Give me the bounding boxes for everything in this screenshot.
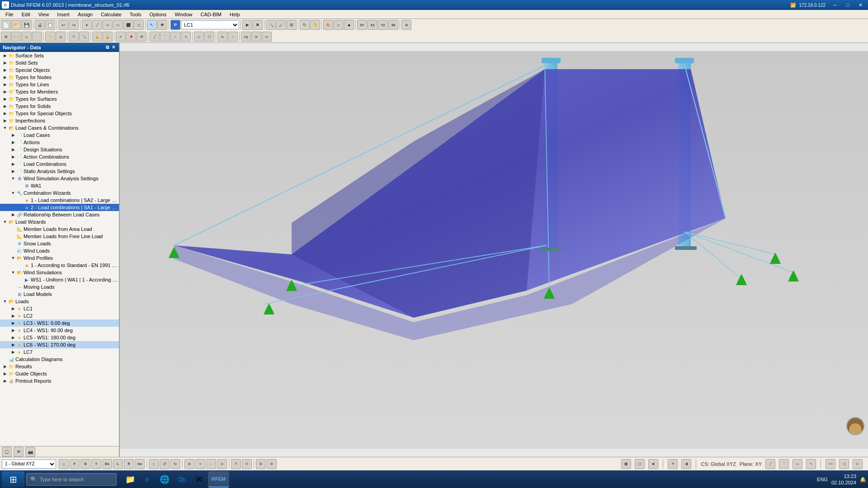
user-avatar[interactable]: [846, 417, 864, 435]
tree-item-lc6[interactable]: ▶ ■ LC6 - WS1: 270.00 deg: [0, 341, 119, 348]
tree-item-wa1[interactable]: ⚙ WA1: [0, 182, 119, 189]
tree-item-loads[interactable]: ▼ 📂 Loads: [0, 298, 119, 305]
tree-item-load-cases-combos[interactable]: ▼ 📂 Load Cases & Combinations: [0, 124, 119, 131]
expander-types-surfaces[interactable]: ▶: [2, 96, 8, 102]
expander-member-free[interactable]: [10, 233, 16, 239]
tree-item-special-objects[interactable]: ▶ 📁 Special Objects: [0, 66, 119, 74]
tb2-cross[interactable]: ✖: [126, 32, 136, 42]
tree-item-imperfections[interactable]: ▶ 📁 Imperfections: [0, 117, 119, 124]
tb2-filter[interactable]: ▽: [69, 32, 79, 42]
tb2-point[interactable]: ·: [32, 32, 42, 42]
expander-printout-reports[interactable]: ▶: [2, 378, 8, 384]
tb-surface[interactable]: ▭: [113, 20, 123, 30]
tb2-spline[interactable]: ∿: [181, 32, 191, 42]
tree-item-lc1[interactable]: ▶ ■ LC1: [0, 305, 119, 312]
nav-close[interactable]: ✕: [111, 45, 116, 50]
tree-item-design-situations[interactable]: ▶ 📄 Design Situations: [0, 146, 119, 153]
bt-persp[interactable]: P: [231, 459, 241, 469]
tb2-angle[interactable]: ∠: [56, 32, 66, 42]
tree-item-lc4[interactable]: ▶ ■ LC4 - WS1: 90.00 deg: [0, 327, 119, 334]
menu-calculate[interactable]: Calculate: [97, 11, 125, 18]
tb2-fix[interactable]: 🔒: [92, 32, 102, 42]
expander-combination-wizards[interactable]: ▼: [10, 190, 16, 196]
tree-item-types-solids[interactable]: ▶ 📁 Types for Solids: [0, 103, 119, 110]
bt-right[interactable]: R: [124, 459, 134, 469]
expander-lc4[interactable]: ▶: [10, 327, 16, 333]
tb-axes[interactable]: ⊕: [401, 20, 411, 30]
tree-item-actions[interactable]: ▶ 📄 Actions: [0, 139, 119, 146]
tb-view-yz[interactable]: YZ: [378, 20, 388, 30]
tree-item-member-free[interactable]: 📐 Member Loads from Free Line Load: [0, 233, 119, 240]
expander-action-combinations[interactable]: ▶: [10, 154, 16, 160]
tb-open[interactable]: 📂: [11, 20, 21, 30]
menu-window[interactable]: Window: [171, 11, 196, 18]
tb-print2[interactable]: 📋: [45, 20, 55, 30]
tb-render[interactable]: 🎨: [323, 20, 333, 30]
expander-wind-profiles[interactable]: ▼: [10, 255, 16, 261]
bt-rot-right[interactable]: ↻: [170, 459, 180, 469]
close-btn[interactable]: ✕: [854, 0, 866, 10]
bt-front[interactable]: F: [70, 459, 80, 469]
bt-snap2[interactable]: ⊕: [267, 459, 277, 469]
menu-help[interactable]: Help: [226, 11, 244, 18]
tb2-check[interactable]: ✔: [116, 32, 126, 42]
tree-item-wind-profile-1[interactable]: ■ 1 - According to Standard - EN 1991 CE…: [0, 262, 119, 269]
tree-item-combination-wizards[interactable]: ▼ 🔧 Combination Wizards: [0, 189, 119, 197]
tb2-search[interactable]: 🔍: [79, 32, 89, 42]
tree-item-surface-sets[interactable]: ▶ 📁 Surface Sets: [0, 52, 119, 59]
tb-line[interactable]: ╱: [92, 20, 102, 30]
bt-rot-left[interactable]: ↺: [160, 459, 170, 469]
tb-move[interactable]: ✚: [157, 20, 167, 30]
tree-item-combo2[interactable]: ■ 2 - Load combinations | SA1 - Large de…: [0, 204, 119, 211]
tb-member[interactable]: ═: [103, 20, 113, 30]
tree-item-printout-reports[interactable]: ▶ 🖨 Printout Reports: [0, 377, 119, 385]
expander-wind-loads[interactable]: [10, 248, 16, 254]
tb2-results-disp[interactable]: rs: [262, 32, 272, 42]
tb-view-xy[interactable]: XY: [357, 20, 367, 30]
tree-item-wind-profiles[interactable]: ▼ 📂 Wind Profiles: [0, 254, 119, 262]
tb-solid-view[interactable]: ◆: [344, 20, 354, 30]
coord-system-selector[interactable]: 1 - Global XYZ: [2, 460, 56, 469]
maximize-btn[interactable]: □: [842, 0, 854, 10]
tb-zoom-out[interactable]: 🔎: [276, 20, 286, 30]
tb-save[interactable]: 💾: [22, 20, 32, 30]
expander-static-settings[interactable]: ▶: [10, 168, 16, 174]
bt-grid2[interactable]: ⊞: [256, 459, 266, 469]
tb2-poly[interactable]: ⬡: [204, 32, 214, 42]
expander-wind-simulations[interactable]: ▼: [10, 269, 16, 276]
tb-view-p[interactable]: P: [170, 20, 180, 30]
expander-guide-objects[interactable]: ▶: [2, 371, 8, 377]
bt-zoom-in2[interactable]: +: [195, 459, 205, 469]
expander-lc3[interactable]: ▶: [10, 320, 16, 326]
bt-pts[interactable]: <>: [826, 459, 835, 469]
tree-item-lc3[interactable]: ▶ ■ LC3 - WS1: 0.00 deg: [0, 319, 119, 327]
tree-item-action-combinations[interactable]: ▶ 📄 Action Combinations: [0, 153, 119, 160]
expander-calc-diagrams[interactable]: [2, 356, 8, 362]
bt-zoom-box[interactable]: ⊞: [184, 459, 194, 469]
menu-edit[interactable]: Edit: [18, 11, 34, 18]
tree-item-combo1[interactable]: ■ 1 - Load combinations | SA2 - Large de…: [0, 197, 119, 204]
expander-types-solids[interactable]: ▶: [2, 103, 8, 109]
tb2-settings[interactable]: ⚙: [137, 32, 146, 42]
bt-wireframe[interactable]: ▢: [635, 459, 645, 469]
expander-actions[interactable]: ▶: [10, 139, 16, 145]
tb-opening[interactable]: ◻: [134, 20, 144, 30]
tb-zoom-all[interactable]: ⊞: [287, 20, 297, 30]
expander-load-models[interactable]: [10, 291, 16, 297]
expander-ws1[interactable]: [17, 277, 24, 283]
tb-calc[interactable]: ▶: [242, 20, 252, 30]
expander-solid-sets[interactable]: ▶: [2, 60, 8, 66]
bt-bot[interactable]: Bo: [102, 459, 112, 469]
tree-item-types-nodes[interactable]: ▶ 📁 Types for Nodes: [0, 74, 119, 81]
tb2-measure[interactable]: 📏: [45, 32, 55, 42]
tb-new[interactable]: 📄: [1, 20, 11, 30]
expander-moving-loads[interactable]: [10, 284, 16, 290]
tb-print[interactable]: 🖨: [35, 20, 45, 30]
taskbar-notification[interactable]: 🔔: [860, 477, 866, 483]
bt-draw-arc[interactable]: ⌒: [779, 459, 789, 469]
nav-btn-camera[interactable]: 📷: [25, 447, 35, 457]
tb2-load-disp[interactable]: ld: [251, 32, 261, 42]
tree-item-load-wizards[interactable]: ▼ 📂 Load Wizards: [0, 218, 119, 225]
menu-assign[interactable]: Assign: [74, 11, 96, 18]
expander-lc1[interactable]: ▶: [10, 305, 16, 312]
